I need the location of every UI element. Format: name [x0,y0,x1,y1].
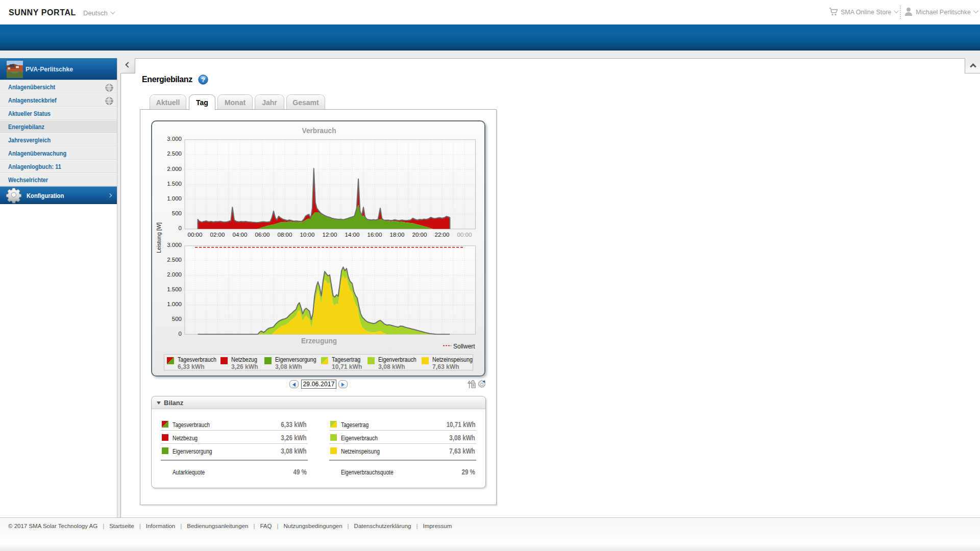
svg-text:2.000: 2.000 [167,271,182,278]
svg-text:2.500: 2.500 [167,151,182,157]
svg-text:500: 500 [172,316,182,322]
svg-text:14:00: 14:00 [345,232,360,238]
svg-text:06:00: 06:00 [255,232,270,238]
svg-text:12:00: 12:00 [323,232,337,238]
svg-text:Verbrauch: Verbrauch [302,126,336,135]
svg-text:Leistung [W]: Leistung [W] [156,222,162,253]
svg-text:0: 0 [179,331,182,337]
svg-text:1.500: 1.500 [167,286,182,292]
svg-text:Erzeugung: Erzeugung [301,336,337,345]
svg-text:500: 500 [172,210,182,216]
svg-text:1.000: 1.000 [167,301,182,307]
svg-text:04:00: 04:00 [233,232,248,238]
svg-text:2.000: 2.000 [167,166,182,172]
svg-text:Sollwert: Sollwert [453,343,475,350]
svg-text:3.000: 3.000 [167,136,182,142]
svg-text:00:00: 00:00 [457,232,472,238]
svg-text:16:00: 16:00 [368,232,382,238]
svg-text:1.000: 1.000 [167,195,182,202]
svg-text:22:00: 22:00 [435,232,450,238]
svg-text:3.000: 3.000 [167,242,182,248]
svg-text:08:00: 08:00 [278,232,292,238]
svg-text:18:00: 18:00 [390,232,405,238]
svg-text:?: ? [201,76,205,84]
svg-text:10:00: 10:00 [300,232,315,238]
svg-text:00:00: 00:00 [188,232,203,238]
svg-text:0: 0 [179,225,182,231]
svg-text:20:00: 20:00 [412,232,427,238]
svg-text:1.500: 1.500 [167,181,182,187]
svg-text:02:00: 02:00 [210,232,225,238]
svg-text:2.500: 2.500 [167,257,182,263]
